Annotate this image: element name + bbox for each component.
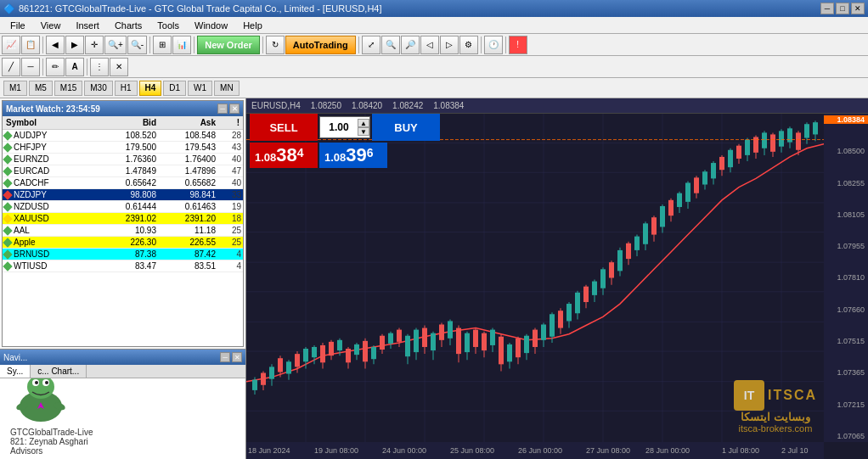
minimize-button[interactable]: ─ [820,3,834,14]
crosshair-button[interactable]: ✛ [85,36,104,54]
refresh-button[interactable]: ↻ [266,36,285,54]
mw-row-apple[interactable]: Apple 226.30 226.55 25 [3,237,243,249]
watermark: IT ITSCA وبسایت ایتسکا itsca-brokers.com [734,380,817,434]
template-button[interactable]: 📋 [21,36,40,54]
period-button[interactable]: ⊞ [153,36,172,54]
back-button[interactable]: ◀ [46,36,65,54]
ask-nzdusd: 0.61463 [160,201,219,212]
tf-m30[interactable]: M30 [84,81,112,96]
market-watch-columns: Symbol Bid Ask ! [3,116,243,130]
col-symbol: Symbol [4,117,99,128]
spread-brnusd: 4 [219,249,243,260]
mw-row-brnusd[interactable]: BRNUSD 87.38 87.42 4 [3,249,243,260]
sell-price-display: 1.08384 [250,143,318,168]
svg-rect-68 [414,330,419,352]
navigator-controls[interactable]: ─ ✕ [220,352,242,362]
menu-charts[interactable]: Charts [108,19,149,32]
line-button[interactable]: ╱ [2,58,20,76]
hline-button[interactable]: ─ [21,58,40,76]
mw-row-nzdusd[interactable]: NZDUSD 0.61444 0.61463 19 [3,201,243,213]
mw-row-chfjpy[interactable]: CHFJPY 179.500 179.543 43 [3,142,243,154]
tf-m5[interactable]: M5 [29,81,53,96]
navigator-content-area: GTCGlobalTrade-Live 821: Zeynab Asghari … [0,378,245,459]
text-button[interactable]: A [65,58,84,76]
mw-row-cadchf[interactable]: CADCHF 0.65642 0.65682 40 [3,177,243,189]
scroll-left[interactable]: ◁ [420,36,439,54]
new-chart-button[interactable]: 📈 [2,36,20,54]
tf-d1[interactable]: D1 [163,81,186,96]
svg-rect-94 [524,336,529,353]
mw-row-audjpy[interactable]: AUDJPY 108.520 108.548 28 [3,130,243,142]
mw-row-xauusd[interactable]: XAUUSD 2391.02 2391.20 18 [3,213,243,225]
sell-button[interactable]: SELL [250,114,318,141]
left-panel: Market Watch: 23:54:59 ─ ✕ Symbol Bid As… [0,98,246,459]
tab-chart[interactable]: c... Chart... [31,365,87,378]
svg-rect-30 [252,380,257,390]
lot-up[interactable]: ▲ [358,119,369,127]
mw-minimize[interactable]: ─ [217,104,228,114]
menu-window[interactable]: Window [188,19,234,32]
mw-row-nzdjpy[interactable]: NZDJPY 98.808 98.841 33 [3,189,243,201]
chart-ask2: 1.08242 [392,101,423,110]
indicator-button[interactable]: 📊 [172,36,191,54]
chart-zoom-in[interactable]: 🔍 [381,36,400,54]
scroll-right[interactable]: ▷ [440,36,459,54]
chart-zoom-out[interactable]: 🔎 [401,36,420,54]
autotrading-button[interactable]: AutoTrading [285,36,356,54]
svg-rect-136 [702,171,707,184]
title-bar-controls[interactable]: ─ □ ✕ [820,3,865,14]
mw-row-wtiusd[interactable]: WTIUSD 83.47 83.51 4 [3,260,243,272]
zoom-in-button[interactable]: 🔍+ [104,36,127,54]
menu-insert[interactable]: Insert [69,19,106,32]
zoom-out-button[interactable]: 🔍- [127,36,147,54]
mw-row-aal[interactable]: AAL 10.93 11.18 25 [3,225,243,237]
tf-h1[interactable]: H1 [115,81,138,96]
mascot-area: GTCGlobalTrade-Live 821: Zeynab Asghari … [0,378,245,459]
properties-button[interactable]: ⚙ [459,36,478,54]
clock-button[interactable]: 🕐 [484,36,503,54]
tf-w1[interactable]: W1 [188,81,212,96]
tf-m1[interactable]: M1 [3,81,27,96]
tf-m15[interactable]: M15 [54,81,82,96]
restore-button[interactable]: □ [836,3,849,14]
lot-input-field[interactable]: 1.00 ▲ ▼ [319,116,370,138]
menu-view[interactable]: View [34,19,68,32]
tf-h4[interactable]: H4 [139,81,162,96]
market-watch-controls[interactable]: ─ ✕ [217,104,240,114]
ask-eurcad: 1.47896 [160,165,219,176]
mw-row-eurnzd[interactable]: EURNZD 1.76360 1.76400 40 [3,154,243,165]
buy-button[interactable]: BUY [372,114,440,141]
col-bid: Bid [99,117,158,128]
broker-name: GTCGlobalTrade-Live 821: Zeynab Asghari … [10,428,93,456]
zoom-fit-button[interactable]: ⤢ [362,36,380,54]
svg-rect-138 [711,163,716,178]
sell-prefix: 1.08 [255,151,276,164]
lot-control: 1.00 ▲ ▼ [319,116,370,138]
menu-tools[interactable]: Tools [150,19,186,32]
fib-button[interactable]: ⋮ [90,58,109,76]
bid-xauusd: 2391.02 [100,213,160,224]
mw-row-eurcad[interactable]: EURCAD 1.47849 1.47896 47 [3,165,243,177]
time-label-6: 27 Jun 08:00 [586,446,630,455]
delete-button[interactable]: ✕ [110,58,128,76]
svg-rect-114 [609,262,614,277]
symbol-eurcad: EURCAD [3,165,100,176]
draw-button[interactable]: ✏ [46,58,65,76]
spread-xauusd: 18 [219,213,243,224]
forward-button[interactable]: ▶ [65,36,84,54]
menu-file[interactable]: File [3,19,32,32]
close-button[interactable]: ✕ [851,3,865,14]
chart-bid-label: 1.08250 [311,101,341,110]
svg-rect-54 [354,344,359,355]
new-order-button[interactable]: New Order [197,36,260,54]
lot-arrows[interactable]: ▲ ▼ [358,119,369,136]
nav-minimize[interactable]: ─ [220,352,230,362]
main-area: Market Watch: 23:54:59 ─ ✕ Symbol Bid As… [0,98,868,459]
svg-rect-76 [448,321,453,338]
tf-mn[interactable]: MN [214,81,240,96]
nav-close[interactable]: ✕ [232,352,242,362]
menu-help[interactable]: Help [236,19,269,32]
lot-down[interactable]: ▼ [358,127,369,136]
tab-sy[interactable]: Sy... [0,365,31,378]
mw-close[interactable]: ✕ [229,104,240,114]
